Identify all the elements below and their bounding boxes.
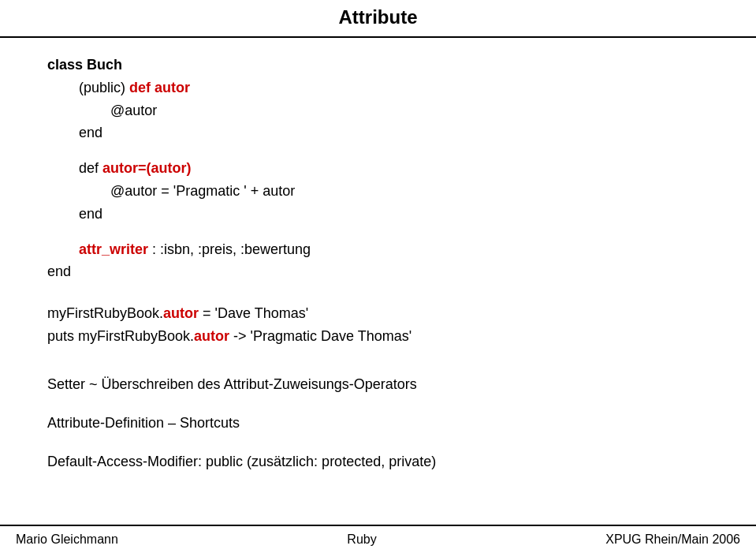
code-block-2: myFirstRubyBook.autor = 'Dave Thomas' pu…	[47, 302, 709, 348]
footer-event: XPUG Rhein/Main 2006	[605, 532, 740, 547]
code-line11-rest: -> 'Pragmatic Dave Thomas'	[229, 328, 412, 344]
code-line-6: @autor = 'Pragmatic ' + autor	[47, 180, 709, 203]
code-line-2: (public) def autor	[47, 77, 709, 99]
main-content: class Buch (public) def autor @autor end…	[0, 38, 756, 525]
footer-author: Mario Gleichmann	[16, 532, 118, 547]
code-autor-assign: @autor = 'Pragmatic ' + autor	[110, 183, 295, 199]
section-setter: Setter ~ Überschreiben des Attribut-Zuwe…	[47, 376, 709, 393]
setter-text: Setter ~ Überschreiben des Attribut-Zuwe…	[47, 376, 417, 392]
code-line-1: class Buch	[47, 54, 709, 77]
code-autor-red-2: autor	[194, 328, 229, 344]
section-default-access: Default-Access-Modifier: public (zusätzl…	[47, 454, 709, 470]
code-line-4: end	[47, 121, 709, 144]
code-block: class Buch (public) def autor @autor end…	[47, 54, 709, 283]
code-myFirstRubyBook-1: myFirstRubyBook.	[47, 305, 163, 321]
code-line-8: attr_writer : :isbn, :preis, :bewertung	[47, 238, 709, 261]
code-line10-rest: = 'Dave Thomas'	[199, 305, 308, 321]
code-line-5: def autor=(autor)	[47, 157, 709, 180]
code-line-3: @autor	[47, 99, 709, 122]
code-line-7: end	[47, 203, 709, 226]
code-attr-writer: attr_writer	[79, 241, 148, 257]
code-def-plain: def	[79, 160, 102, 176]
code-autor-red-1: autor	[163, 305, 199, 321]
code-end-2: end	[79, 206, 102, 222]
code-line-11: puts myFirstRubyBook.autor -> 'Pragmatic…	[47, 325, 709, 348]
code-at-autor: @autor	[110, 103, 157, 118]
code-attr-writer-args: : :isbn, :preis, :bewertung	[148, 241, 311, 257]
code-puts-myfirst: puts myFirstRubyBook.	[47, 328, 194, 344]
code-end-3: end	[47, 263, 71, 279]
slide-footer: Mario Gleichmann Ruby XPUG Rhein/Main 20…	[0, 525, 756, 553]
code-def-autor: def autor	[129, 80, 190, 95]
code-line-10: myFirstRubyBook.autor = 'Dave Thomas'	[47, 302, 709, 325]
code-line-9: end	[47, 260, 709, 283]
code-end-1: end	[79, 125, 102, 140]
slide-header: Attribute	[0, 0, 756, 38]
attribute-def-text: Attribute-Definition – Shortcuts	[47, 415, 240, 431]
code-class-buch: class Buch	[47, 57, 122, 73]
slide-title: Attribute	[339, 6, 418, 28]
default-access-text: Default-Access-Modifier: public (zusätzl…	[47, 454, 436, 469]
code-public: (public)	[79, 80, 129, 95]
section-attribute-def: Attribute-Definition – Shortcuts	[47, 415, 709, 432]
code-autor-setter: autor=(autor)	[102, 160, 192, 176]
footer-topic: Ruby	[347, 532, 376, 547]
